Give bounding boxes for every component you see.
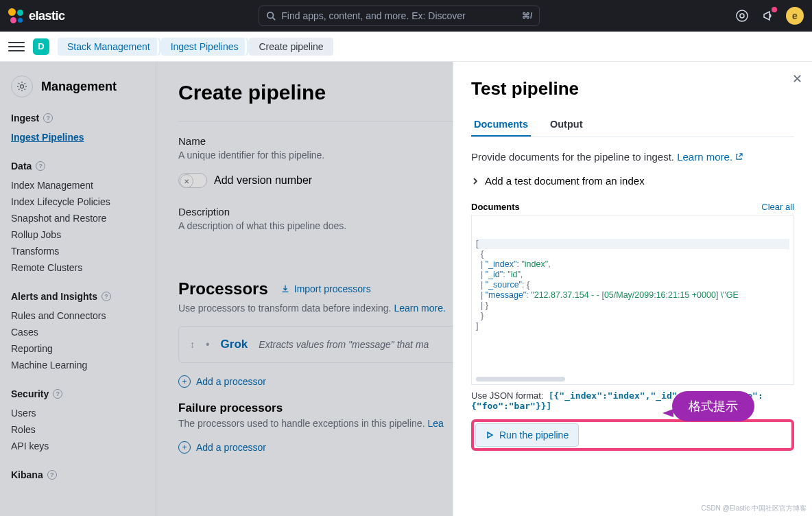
plus-icon: + <box>178 375 191 388</box>
flyout-tabs: Documents Output <box>471 113 794 137</box>
plus-icon: + <box>178 441 191 454</box>
documents-editor[interactable]: [ { | "_index": "index", | "_id": "id", … <box>471 215 794 385</box>
help-icon[interactable]: ? <box>36 161 45 171</box>
processors-learn-more[interactable]: Learn more. <box>394 303 445 314</box>
processor-type: Grok <box>221 338 248 351</box>
subbar: D Stack Management Ingest Pipelines Crea… <box>0 32 812 62</box>
version-toggle[interactable] <box>178 173 207 188</box>
chevron-right-icon <box>471 177 479 185</box>
processors-title: Processors <box>178 279 268 298</box>
help-icon[interactable] <box>734 8 750 24</box>
nav-toggle-icon[interactable] <box>8 38 25 55</box>
sidebar-item[interactable]: API keys <box>11 438 145 454</box>
sidebar-item[interactable]: Index Management <box>11 177 145 194</box>
svg-line-1 <box>273 18 276 21</box>
sidebar-heading: Alerts and Insights? <box>11 291 145 302</box>
bullet-icon: • <box>206 338 210 351</box>
horizontal-scrollbar[interactable] <box>476 377 565 382</box>
add-test-doc-accordion[interactable]: Add a test document from an index <box>471 175 794 187</box>
flyout-intro: Provide documents for the pipeline to in… <box>471 151 794 163</box>
tab-documents[interactable]: Documents <box>471 113 531 137</box>
space-selector[interactable]: D <box>33 38 49 55</box>
user-avatar[interactable]: e <box>786 7 804 25</box>
sidebar-item[interactable]: Snapshot and Restore <box>11 210 145 226</box>
drag-handle-icon[interactable]: ↕ <box>190 339 195 350</box>
sidebar-item[interactable]: Machine Learning <box>11 357 145 373</box>
breadcrumb-ingest-pipelines[interactable]: Ingest Pipelines <box>161 38 248 56</box>
brand-text: elastic <box>29 9 65 23</box>
sidebar-item[interactable]: Transforms <box>11 243 145 259</box>
news-icon[interactable] <box>760 8 776 24</box>
help-icon[interactable]: ? <box>43 113 53 123</box>
gear-icon <box>11 75 33 97</box>
sidebar-item[interactable]: Rules and Connectors <box>11 307 145 324</box>
fp-learn-more[interactable]: Lea <box>427 418 443 429</box>
help-icon[interactable]: ? <box>53 389 62 399</box>
annotation-bubble: 格式提示 <box>672 391 754 421</box>
sidebar-item[interactable]: Users <box>11 405 145 421</box>
run-pipeline-highlight: Run the pipeline <box>471 419 794 451</box>
svg-point-4 <box>21 85 24 89</box>
search-placeholder: Find apps, content, and more. Ex: Discov… <box>281 10 465 21</box>
svg-point-0 <box>267 12 274 19</box>
search-kbd-hint: ⌘/ <box>522 11 532 21</box>
sidebar-item[interactable]: Rollup Jobs <box>11 226 145 243</box>
help-icon[interactable]: ? <box>47 470 57 480</box>
sidebar-item[interactable]: Reporting <box>11 340 145 357</box>
sidebar: Management Ingest?Ingest PipelinesData?I… <box>0 62 156 516</box>
sidebar-item[interactable]: Cases <box>11 324 145 340</box>
sidebar-heading: Ingest? <box>11 113 145 124</box>
notification-dot <box>772 7 777 12</box>
breadcrumbs: Stack Management Ingest Pipelines Create… <box>58 38 335 56</box>
documents-label: Documents <box>471 202 520 212</box>
close-icon[interactable]: ✕ <box>792 71 802 86</box>
search-icon <box>266 11 276 21</box>
version-toggle-label: Add version number <box>214 174 312 187</box>
brand-cluster[interactable]: elastic <box>8 8 65 23</box>
flyout-learn-more[interactable]: Learn more. <box>677 151 743 163</box>
play-icon <box>486 431 494 439</box>
management-heading: Management <box>11 75 145 97</box>
management-title: Management <box>41 80 117 94</box>
svg-point-2 <box>737 10 748 21</box>
sidebar-heading: Kibana? <box>11 469 145 480</box>
clear-all-link[interactable]: Clear all <box>761 202 794 212</box>
flyout-title: Test pipeline <box>471 78 794 99</box>
sidebar-item[interactable]: Remote Clusters <box>11 259 145 276</box>
sidebar-item[interactable]: Ingest Pipelines <box>11 129 145 145</box>
breadcrumb-create-pipeline: Create pipeline <box>249 38 333 56</box>
elastic-logo-icon <box>8 8 23 23</box>
sidebar-item[interactable]: Index Lifecycle Policies <box>11 194 145 210</box>
help-icon[interactable]: ? <box>102 292 111 301</box>
topbar: elastic Find apps, content, and more. Ex… <box>0 0 812 32</box>
run-pipeline-button[interactable]: Run the pipeline <box>475 423 579 447</box>
test-pipeline-flyout: ✕ Test pipeline Documents Output Provide… <box>453 62 812 516</box>
tab-output[interactable]: Output <box>547 113 586 137</box>
global-search[interactable]: Find apps, content, and more. Ex: Discov… <box>259 5 540 26</box>
sidebar-item[interactable]: Roles <box>11 421 145 438</box>
sidebar-heading: Security? <box>11 388 145 399</box>
sidebar-heading: Data? <box>11 161 145 172</box>
watermark: CSDN @Elastic 中国社区官方博客 <box>702 504 807 513</box>
svg-point-3 <box>740 14 744 18</box>
download-icon <box>280 284 290 294</box>
external-link-icon <box>735 153 743 161</box>
breadcrumb-stack-management[interactable]: Stack Management <box>58 38 160 56</box>
import-processors-link[interactable]: Import processors <box>280 283 371 294</box>
